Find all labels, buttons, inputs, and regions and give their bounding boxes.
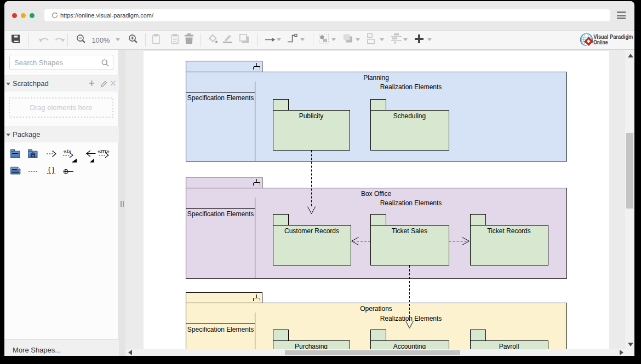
svg-text:Customer Records: Customer Records <box>284 227 339 235</box>
svg-text:Ticket Sales: Ticket Sales <box>392 227 427 235</box>
svg-text:Online: Online <box>593 39 608 46</box>
svg-text:Realization Elements: Realization Elements <box>380 199 442 207</box>
svg-text:Box Office: Box Office <box>361 190 391 198</box>
svg-text:«m»: «m» <box>98 148 109 154</box>
svg-text:Planning: Planning <box>363 74 389 82</box>
svg-text:Realization Elements: Realization Elements <box>380 315 442 322</box>
svg-text:Publicity: Publicity <box>299 112 324 120</box>
svg-text:Specification Elements: Specification Elements <box>187 94 254 102</box>
svg-text:Operations: Operations <box>360 305 392 313</box>
svg-text:Specification Elements: Specification Elements <box>187 326 254 333</box>
svg-text:Realization Elements: Realization Elements <box>380 83 442 91</box>
svg-text:Specification Elements: Specification Elements <box>187 210 254 218</box>
svg-text:{ }: { } <box>48 166 54 174</box>
svg-text:Ticket Records: Ticket Records <box>487 227 531 235</box>
svg-text:Scheduling: Scheduling <box>393 112 426 120</box>
